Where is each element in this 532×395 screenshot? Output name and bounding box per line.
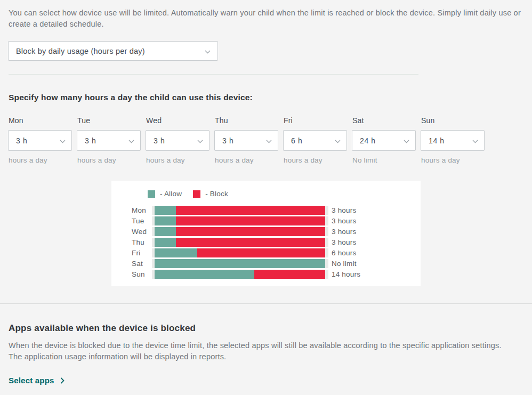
day-hours-select[interactable]: 6 h bbox=[283, 130, 347, 151]
bar-value-label: No limit bbox=[332, 259, 357, 268]
bar-value-label: 14 hours bbox=[332, 270, 360, 279]
day-note: hours a day bbox=[284, 156, 347, 165]
bar-track bbox=[152, 206, 328, 215]
stacked-bar bbox=[155, 206, 325, 215]
bar-block-segment bbox=[176, 216, 325, 225]
bar-allow-segment bbox=[155, 227, 176, 236]
chevron-down-icon bbox=[60, 136, 66, 145]
chevron-down-icon bbox=[335, 136, 341, 145]
chevron-down-icon bbox=[404, 136, 409, 145]
section-divider bbox=[0, 303, 532, 304]
limit-mode-select-value: Block by daily usage (hours per day) bbox=[16, 47, 145, 55]
bar-row-label: Sat bbox=[132, 259, 152, 268]
bar-row: Tue 3 hours bbox=[111, 215, 421, 226]
stacked-bar bbox=[155, 270, 325, 279]
bar-track bbox=[152, 238, 328, 247]
day-hours-value: 3 h bbox=[16, 136, 27, 145]
day-column: Tue 3 h hours a day bbox=[77, 116, 141, 165]
bar-allow-segment bbox=[155, 259, 325, 268]
chevron-down-icon bbox=[472, 136, 478, 145]
chevron-down-icon bbox=[128, 136, 134, 145]
day-hours-select[interactable]: 3 h bbox=[8, 130, 72, 151]
bar-row: Mon 3 hours bbox=[111, 205, 421, 215]
day-note: hours a day bbox=[77, 156, 141, 165]
day-column: Wed 3 h hours a day bbox=[146, 116, 209, 165]
hours-section-title: Specify how many hours a day the child c… bbox=[9, 93, 523, 102]
bar-track bbox=[152, 270, 328, 279]
block-swatch-icon bbox=[193, 190, 200, 198]
day-note: No limit bbox=[352, 156, 416, 165]
day-hours-select[interactable]: 24 h bbox=[352, 130, 416, 151]
apps-description: When the device is blocked due to the de… bbox=[9, 340, 515, 362]
select-apps-label: Select apps bbox=[9, 376, 54, 385]
bar-value-label: 3 hours bbox=[332, 238, 356, 247]
bar-row-label: Wed bbox=[132, 227, 152, 236]
bar-value-label: 6 hours bbox=[332, 248, 356, 257]
bar-track bbox=[152, 227, 328, 236]
day-label: Fri bbox=[284, 116, 347, 125]
bar-row-label: Tue bbox=[132, 216, 152, 225]
day-hours-select[interactable]: 3 h bbox=[214, 130, 278, 151]
bar-allow-segment bbox=[155, 238, 176, 247]
bar-value-label: 3 hours bbox=[332, 216, 356, 225]
usage-chart-card: - Allow - Block Mon 3 hours Tue 3 hours … bbox=[111, 181, 421, 286]
stacked-bar bbox=[155, 238, 325, 247]
day-column: Sun 14 h hours a day bbox=[421, 116, 485, 165]
bar-allow-segment bbox=[155, 270, 254, 279]
stacked-bar bbox=[155, 216, 325, 225]
bar-row: Sun 14 hours bbox=[111, 269, 421, 279]
bar-track bbox=[152, 259, 328, 268]
bar-row: Fri 6 hours bbox=[111, 247, 421, 258]
day-hours-value: 14 h bbox=[429, 136, 445, 145]
bar-block-segment bbox=[254, 270, 325, 279]
chevron-down-icon bbox=[205, 47, 211, 55]
day-column: Sat 24 h No limit bbox=[352, 116, 416, 165]
bar-value-label: 3 hours bbox=[332, 206, 356, 215]
day-label: Tue bbox=[77, 116, 141, 125]
day-hours-select[interactable]: 3 h bbox=[77, 130, 141, 151]
stacked-bar bbox=[155, 248, 325, 257]
bar-row: Sat No limit bbox=[111, 258, 421, 269]
select-apps-link[interactable]: Select apps bbox=[9, 376, 65, 385]
bar-row-label: Fri bbox=[132, 248, 152, 257]
bar-row-label: Mon bbox=[132, 206, 152, 215]
chart-legend: - Allow - Block bbox=[111, 181, 421, 198]
bar-row: Wed 3 hours bbox=[111, 226, 421, 237]
allow-swatch-icon bbox=[148, 190, 155, 198]
limit-mode-select[interactable]: Block by daily usage (hours per day) bbox=[8, 41, 218, 61]
day-note: hours a day bbox=[215, 156, 278, 165]
bar-block-segment bbox=[176, 206, 325, 215]
bar-row-label: Thu bbox=[132, 238, 152, 247]
bar-value-label: 3 hours bbox=[332, 227, 356, 236]
day-column: Fri 6 h hours a day bbox=[283, 116, 347, 165]
legend-item-block: - Block bbox=[193, 190, 228, 198]
day-label: Sun bbox=[421, 116, 485, 125]
intro-paragraph: You can select how device use will be li… bbox=[9, 7, 523, 30]
day-label: Mon bbox=[9, 116, 72, 125]
day-note: hours a day bbox=[146, 156, 209, 165]
bar-block-segment bbox=[197, 248, 325, 257]
bar-allow-segment bbox=[155, 206, 176, 215]
chevron-down-icon bbox=[266, 136, 272, 145]
legend-label: - Block bbox=[205, 190, 228, 198]
stacked-bar bbox=[155, 259, 325, 268]
day-columns: Mon 3 h hours a day Tue 3 h hours a day … bbox=[8, 116, 532, 165]
stacked-bar bbox=[155, 227, 325, 236]
day-hours-select[interactable]: 14 h bbox=[421, 130, 485, 151]
day-hours-value: 6 h bbox=[291, 136, 302, 145]
day-note: hours a day bbox=[421, 156, 485, 165]
bar-allow-segment bbox=[155, 248, 197, 257]
day-label: Sat bbox=[352, 116, 416, 125]
day-label: Wed bbox=[146, 116, 209, 125]
section-divider bbox=[9, 74, 418, 75]
bar-row: Thu 3 hours bbox=[111, 237, 421, 247]
day-column: Mon 3 h hours a day bbox=[8, 116, 72, 165]
day-note: hours a day bbox=[9, 156, 72, 165]
legend-item-allow: - Allow bbox=[148, 190, 182, 198]
bar-block-segment bbox=[176, 227, 325, 236]
day-hours-value: 3 h bbox=[154, 136, 165, 145]
day-hours-select[interactable]: 3 h bbox=[146, 130, 209, 151]
day-label: Thu bbox=[215, 116, 278, 125]
chevron-right-icon bbox=[60, 377, 65, 384]
day-hours-value: 3 h bbox=[222, 136, 233, 145]
